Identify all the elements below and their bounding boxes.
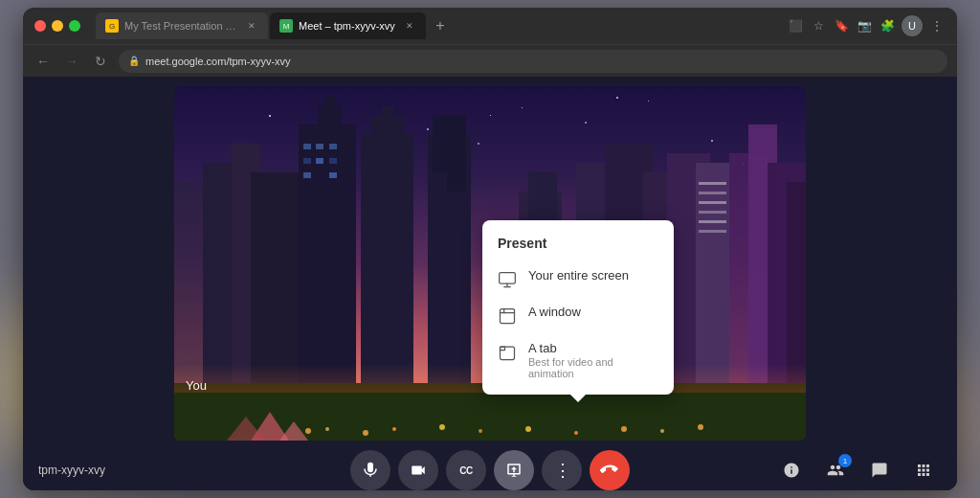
end-call-button[interactable] bbox=[590, 450, 630, 490]
slides-favicon: G bbox=[105, 19, 119, 33]
new-tab-button[interactable]: + bbox=[428, 13, 453, 38]
svg-rect-39 bbox=[699, 220, 726, 223]
traffic-lights bbox=[34, 20, 80, 32]
extensions-icon[interactable]: 🧩 bbox=[879, 17, 896, 34]
meet-main: You Present Your entire screen bbox=[23, 77, 957, 450]
window-item-text: A window bbox=[528, 305, 581, 319]
svg-rect-20 bbox=[370, 115, 404, 139]
svg-point-52 bbox=[621, 426, 627, 432]
svg-rect-37 bbox=[699, 201, 726, 204]
title-bar: G My Test Presentation – Googl... ✕ M Me… bbox=[23, 8, 957, 44]
svg-point-50 bbox=[525, 426, 531, 432]
tab-item-sublabel: Best for video and animation bbox=[528, 356, 658, 379]
meeting-code: tpm-xyyv-xvy bbox=[38, 464, 105, 477]
svg-rect-11 bbox=[303, 144, 311, 149]
people-badge: 1 bbox=[838, 454, 852, 467]
present-button[interactable] bbox=[494, 450, 534, 490]
svg-rect-25 bbox=[447, 115, 466, 192]
svg-rect-21 bbox=[382, 105, 393, 117]
svg-point-46 bbox=[363, 430, 368, 436]
people-button[interactable]: 1 bbox=[817, 452, 854, 488]
you-label: You bbox=[186, 378, 207, 393]
svg-rect-58 bbox=[500, 273, 516, 284]
tabs-area: G My Test Presentation – Googl... ✕ M Me… bbox=[96, 12, 779, 39]
browser-window: G My Test Presentation – Googl... ✕ M Me… bbox=[23, 8, 957, 490]
lock-icon: 🔒 bbox=[128, 56, 140, 66]
screen-item-label: Your entire screen bbox=[528, 268, 629, 283]
address-bar[interactable]: 🔒 meet.google.com/tpm-xyyv-xvy bbox=[119, 50, 947, 73]
svg-point-51 bbox=[574, 431, 578, 435]
svg-point-44 bbox=[305, 428, 311, 434]
content-area: You Present Your entire screen bbox=[23, 77, 957, 490]
svg-rect-18 bbox=[329, 172, 337, 178]
svg-rect-9 bbox=[318, 105, 342, 124]
svg-rect-62 bbox=[501, 347, 515, 359]
forward-button[interactable]: → bbox=[61, 51, 82, 72]
controls-center: CC ⋮ bbox=[350, 450, 630, 490]
svg-point-45 bbox=[325, 427, 329, 431]
svg-point-48 bbox=[439, 424, 445, 430]
svg-rect-16 bbox=[329, 144, 337, 149]
svg-point-53 bbox=[660, 429, 664, 433]
minimize-button[interactable] bbox=[52, 20, 63, 32]
svg-rect-17 bbox=[329, 158, 337, 164]
browser-right-controls: ⬛ ☆ 🔖 📷 🧩 U ⋮ bbox=[787, 15, 946, 36]
tab-slides-close[interactable]: ✕ bbox=[245, 19, 258, 33]
back-button[interactable]: ← bbox=[33, 51, 54, 72]
cast-icon[interactable]: ⬛ bbox=[787, 17, 804, 34]
svg-rect-10 bbox=[325, 96, 335, 105]
window-icon bbox=[498, 306, 517, 326]
window-item-label: A window bbox=[528, 305, 581, 319]
present-window-item[interactable]: A window bbox=[482, 297, 674, 333]
present-screen-item[interactable]: Your entire screen bbox=[482, 260, 674, 297]
info-button[interactable] bbox=[773, 452, 810, 488]
svg-rect-38 bbox=[699, 211, 726, 214]
tab-meet[interactable]: M Meet – tpm-xyyv-xvy ✕ bbox=[270, 12, 426, 39]
tab-item-label: A tab bbox=[528, 341, 658, 355]
tab-item-text: A tab Best for video and animation bbox=[528, 341, 658, 379]
svg-rect-15 bbox=[303, 172, 311, 178]
svg-rect-35 bbox=[699, 182, 726, 185]
tab-meet-label: Meet – tpm-xyyv-xvy bbox=[299, 20, 395, 32]
svg-rect-40 bbox=[699, 230, 726, 233]
svg-rect-36 bbox=[699, 192, 726, 194]
camera-button[interactable] bbox=[398, 450, 438, 490]
present-tab-item[interactable]: A tab Best for video and animation bbox=[482, 333, 674, 387]
tab-icon bbox=[498, 343, 517, 362]
bookmark-icon[interactable]: ☆ bbox=[810, 17, 827, 34]
screen-icon bbox=[498, 270, 517, 289]
address-text: meet.google.com/tpm-xyyv-xvy bbox=[145, 56, 291, 67]
svg-rect-59 bbox=[501, 309, 515, 324]
svg-point-49 bbox=[479, 429, 482, 433]
activities-button[interactable] bbox=[905, 452, 942, 488]
captions-button[interactable]: CC bbox=[446, 450, 486, 490]
tab-meet-close[interactable]: ✕ bbox=[403, 19, 416, 33]
screenshot-icon[interactable]: 📷 bbox=[856, 17, 873, 34]
svg-point-54 bbox=[698, 424, 703, 430]
bottom-bar: tpm-xyyv-xvy CC bbox=[23, 450, 957, 490]
menu-icon[interactable]: ⋮ bbox=[928, 17, 946, 34]
controls-right: 1 bbox=[773, 452, 942, 488]
address-bar-row: ← → ↻ 🔒 meet.google.com/tpm-xyyv-xvy bbox=[23, 44, 957, 77]
maximize-button[interactable] bbox=[69, 20, 80, 32]
popup-title: Present bbox=[482, 232, 674, 260]
profile-avatar[interactable]: U bbox=[902, 15, 923, 36]
chat-button[interactable] bbox=[861, 452, 898, 488]
svg-rect-13 bbox=[303, 158, 311, 164]
close-button[interactable] bbox=[34, 20, 46, 32]
mic-button[interactable] bbox=[350, 450, 390, 490]
svg-rect-12 bbox=[316, 144, 323, 149]
screen-item-text: Your entire screen bbox=[528, 268, 629, 283]
present-popup: Present Your entire screen bbox=[482, 220, 674, 395]
tab-slides[interactable]: G My Test Presentation – Googl... ✕ bbox=[96, 12, 268, 39]
svg-rect-14 bbox=[316, 158, 323, 164]
profile-icon-1[interactable]: 🔖 bbox=[833, 17, 850, 34]
tab-slides-label: My Test Presentation – Googl... bbox=[124, 20, 237, 32]
svg-point-47 bbox=[392, 427, 396, 431]
reload-button[interactable]: ↻ bbox=[90, 51, 111, 72]
more-options-button[interactable]: ⋮ bbox=[542, 450, 582, 490]
meet-favicon: M bbox=[279, 19, 293, 33]
